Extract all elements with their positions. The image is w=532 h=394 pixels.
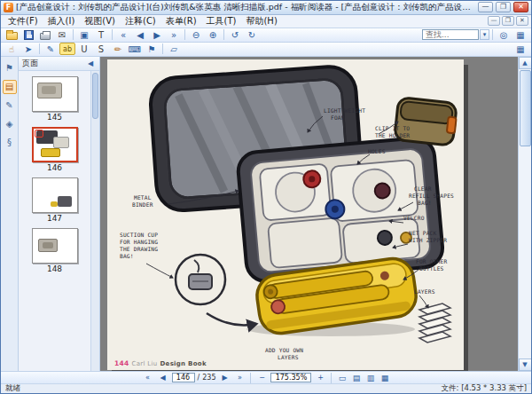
email-icon: ✉ [59,30,66,40]
menu-view[interactable]: 视图(V) [80,15,120,28]
menu-tools[interactable]: 工具(T) [202,15,241,28]
menu-form[interactable]: 表单(R) [161,15,201,28]
highlight-tool-button[interactable]: ab [59,43,75,55]
minimize-button[interactable]: — [478,2,493,12]
menu-help[interactable]: 帮助(H) [241,15,281,28]
annotation: HOLES [368,148,386,154]
scrollbar-thumb[interactable] [520,70,531,146]
annotation: THE DRAWING [120,246,158,252]
pages-panel-icon[interactable]: ▤ [3,80,17,94]
titlebar: F [产品创意设计：刘传凯的产品设计](台)刘传凯&张英惠 清晰扫描版.pdf … [1,1,531,15]
thumbnail-view-indicator [35,130,43,138]
child-restore-button[interactable]: ❐ [502,16,514,26]
prev-page-icon: ◀ [137,30,144,40]
rotate-left-button[interactable]: ↺ [227,28,243,41]
thumbnail-scrollbar-thumb[interactable] [92,73,98,119]
loupe-icon: ◎ [500,30,508,40]
annotation: LAYERS [414,288,435,295]
close-button[interactable]: ✕ [513,2,528,12]
thumbnail-145[interactable]: 145 [29,76,81,122]
search-dropdown-button[interactable]: ▾ [480,29,489,40]
loupe-button[interactable]: ◎ [496,28,512,41]
app-window: F [产品创意设计：刘传凯的产品设计](台)刘传凯&张英惠 清晰扫描版.pdf … [0,0,532,394]
last-page-nav-button[interactable]: » [233,373,246,383]
thumbnail-146-selected[interactable]: 146 [29,127,81,172]
first-page-icon: « [121,30,126,40]
last-page-icon: » [171,30,176,40]
open-button[interactable] [4,28,20,41]
child-close-button[interactable]: ✕ [516,16,528,26]
single-page-layout-button[interactable]: ▭ [336,374,348,382]
thumbnail-147[interactable]: 147 [29,177,81,223]
thumbnail-number: 146 [29,163,81,172]
child-minimize-button[interactable]: — [488,16,500,26]
layout-grid-button[interactable]: ▦ [512,43,528,55]
menubar: 文件(F) 插入(I) 视图(V) 注释(C) 表单(R) 工具(T) 帮助(H… [1,15,531,28]
next-page-icon: ▶ [153,30,160,40]
attachments-panel-icon[interactable]: § [3,136,17,150]
snapshot-button[interactable]: ▣ [76,28,92,41]
zoom-out-nav-button[interactable]: − [255,373,268,383]
email-button[interactable]: ✉ [54,28,70,41]
save-button[interactable] [20,28,36,41]
scroll-up-button[interactable]: ▲ [519,57,532,69]
note-tool-button[interactable]: ✎ [43,43,59,55]
search-input[interactable] [422,29,479,40]
comments-panel-icon[interactable]: ✎ [3,98,17,113]
rotate-right-button[interactable]: ↻ [244,28,260,41]
thumbnail-number: 147 [29,214,81,223]
facing-layout-button[interactable]: ▥ [364,374,376,382]
last-page-button[interactable]: » [166,28,182,41]
strikeout-tool-button[interactable]: S [93,43,109,55]
zoom-in-nav-button[interactable]: + [314,373,326,383]
continuous-layout-button[interactable]: ▤ [350,374,362,382]
zoom-in-button[interactable]: ⊕ [205,28,221,41]
panel-collapse-button[interactable]: ◀ [85,59,96,67]
rotate-right-icon: ↻ [248,30,255,40]
scroll-down-button[interactable]: ▼ [519,359,532,371]
hand-tool-button[interactable]: ☝ [4,43,20,55]
book-page-number: 144 [114,359,129,367]
grid-icon: ▦ [516,30,524,40]
menu-file[interactable]: 文件(F) [4,15,43,28]
bookmarks-panel-icon[interactable]: ⚑ [3,61,17,75]
layers-panel-icon[interactable]: ◈ [3,117,17,131]
grid-view-button[interactable]: ▦ [512,28,528,41]
annotation: REFILL SHAPES [409,193,454,199]
zoom-level-input[interactable]: 175.35% [270,373,311,382]
first-page-button[interactable]: « [115,28,131,41]
zoom-out-button[interactable]: ⊖ [188,28,204,41]
thumbnail-scrollbar[interactable] [90,71,99,371]
book-layout-button[interactable]: ▦ [379,374,390,382]
next-page-nav-button[interactable]: ▶ [218,373,231,383]
thumbnail-number: 145 [29,113,81,122]
current-page-input[interactable]: 146 [172,373,195,382]
document-scrollbar[interactable]: ▲ ▼ [518,57,531,371]
annotation: WITH ZIPPER [409,237,447,243]
sketch-detail-circle [176,255,225,304]
menu-comment[interactable]: 注释(C) [121,15,160,28]
pencil-tool-button[interactable]: ✏ [110,43,126,55]
thumbnail-148[interactable]: 148 [29,228,81,273]
document-area[interactable]: LIGHT WEIGHT FOAM CLIP IT TO THE HOLDER … [100,57,531,371]
annotation: BINDER [132,201,153,208]
next-page-button[interactable]: ▶ [149,28,165,41]
select-annotation-button[interactable]: ➤ [20,43,36,55]
shape-tool-button[interactable]: ▱ [166,43,182,55]
pencil-icon: ✏ [114,44,121,54]
prev-page-button[interactable]: ◀ [132,28,148,41]
prev-page-nav-button[interactable]: ◀ [157,373,169,383]
typewriter-tool-button[interactable]: ⌨ [127,43,143,55]
select-text-icon: T [98,30,104,40]
pdf-page[interactable]: LIGHT WEIGHT FOAM CLIP IT TO THE HOLDER … [107,59,464,370]
book-author: Carl Liu [132,360,158,367]
maximize-button[interactable]: ❐ [496,2,511,12]
first-page-nav-button[interactable]: « [142,373,154,383]
print-button[interactable] [37,28,53,41]
stamp-tool-button[interactable]: ⚑ [144,43,160,55]
annotation: ADD YOU OWN [265,347,303,353]
underline-icon: U [81,44,87,54]
menu-insert[interactable]: 插入(I) [43,15,80,28]
underline-tool-button[interactable]: U [76,43,92,55]
select-text-button[interactable]: T [93,28,109,41]
